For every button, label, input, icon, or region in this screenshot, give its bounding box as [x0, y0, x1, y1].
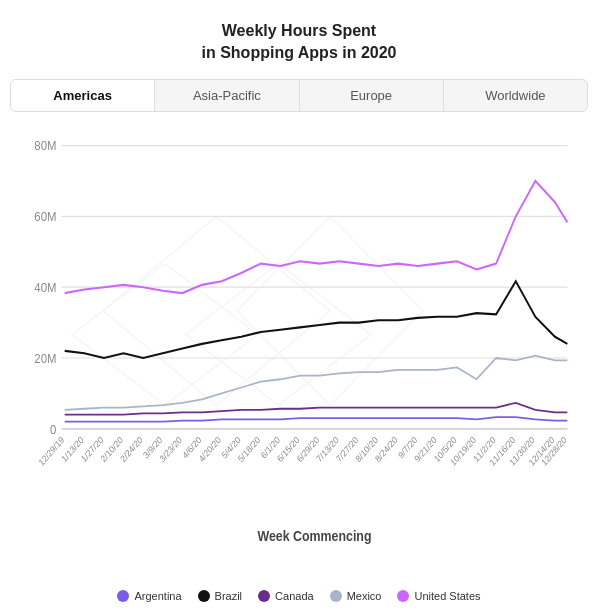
svg-text:40M: 40M: [34, 280, 56, 295]
legend-canada: Canada: [258, 590, 314, 602]
tab-bar: Americas Asia-Pacific Europe Worldwide: [10, 79, 588, 112]
legend-brazil: Brazil: [198, 590, 243, 602]
legend-argentina: Argentina: [117, 590, 181, 602]
svg-text:5/18/20: 5/18/20: [236, 434, 262, 464]
line-us: [65, 181, 568, 293]
tab-americas[interactable]: Americas: [11, 80, 155, 111]
line-argentina: [65, 417, 568, 422]
svg-text:20M: 20M: [34, 351, 56, 366]
legend-dot-brazil: [198, 590, 210, 602]
svg-text:80M: 80M: [34, 138, 56, 153]
svg-text:12/29/19: 12/29/19: [37, 434, 66, 468]
line-mexico: [65, 355, 568, 409]
legend-dot-argentina: [117, 590, 129, 602]
svg-marker-1: [185, 263, 371, 405]
svg-text:3/23/20: 3/23/20: [158, 434, 184, 464]
legend-us: United States: [397, 590, 480, 602]
chart-title: Weekly Hours Spent in Shopping Apps in 2…: [202, 20, 397, 65]
legend-label-argentina: Argentina: [134, 590, 181, 602]
legend-label-mexico: Mexico: [347, 590, 382, 602]
svg-text:8/24/20: 8/24/20: [373, 434, 399, 464]
chart-area: 80M 60M 40M 20M 0 12/29/19 1/13/20 1/27/…: [10, 122, 588, 582]
legend-label-brazil: Brazil: [215, 590, 243, 602]
line-canada: [65, 403, 568, 415]
svg-text:60M: 60M: [34, 209, 56, 224]
legend-dot-canada: [258, 590, 270, 602]
legend-label-canada: Canada: [275, 590, 314, 602]
legend-mexico: Mexico: [330, 590, 382, 602]
svg-text:Week Commencing: Week Commencing: [257, 528, 371, 544]
legend-dot-us: [397, 590, 409, 602]
legend-label-us: United States: [414, 590, 480, 602]
app-container: Weekly Hours Spent in Shopping Apps in 2…: [0, 0, 598, 616]
tab-europe[interactable]: Europe: [300, 80, 444, 111]
svg-text:2/24/20: 2/24/20: [118, 434, 144, 464]
chart-svg: 80M 60M 40M 20M 0 12/29/19 1/13/20 1/27/…: [10, 122, 588, 582]
svg-text:4/20/20: 4/20/20: [197, 434, 223, 464]
svg-text:0: 0: [50, 422, 57, 437]
svg-marker-3: [72, 263, 258, 405]
tab-asia-pacific[interactable]: Asia-Pacific: [155, 80, 299, 111]
chart-legend: Argentina Brazil Canada Mexico United St…: [117, 582, 480, 606]
legend-dot-mexico: [330, 590, 342, 602]
tab-worldwide[interactable]: Worldwide: [444, 80, 587, 111]
